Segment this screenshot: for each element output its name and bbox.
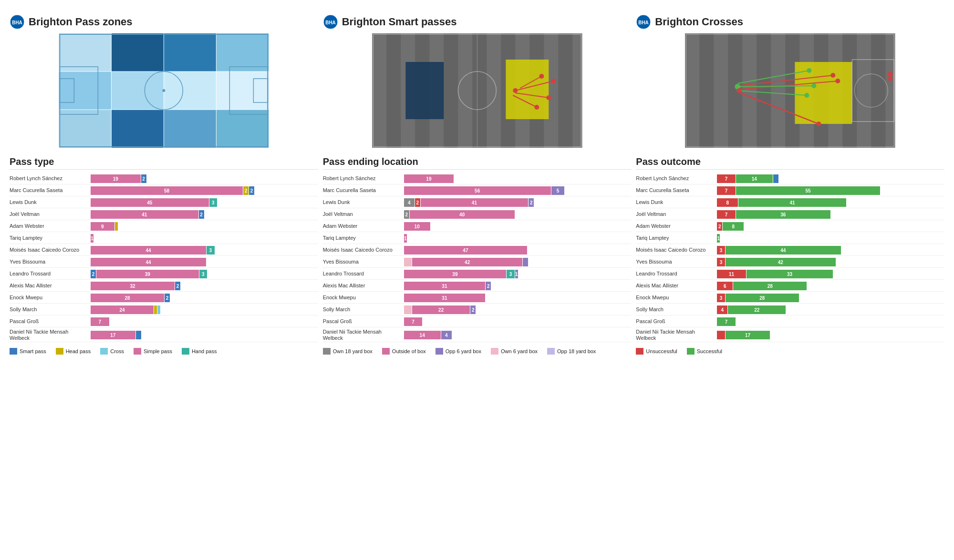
legend-swatch <box>323 348 331 355</box>
chart-row: Tariq Lamptey1 <box>10 233 318 244</box>
chart-row-bars: 7 <box>717 317 944 326</box>
bar-segment: 42 <box>726 258 836 266</box>
main-container: BHA Brighton Pass zones <box>0 0 954 364</box>
chart-row-label: Pascal Groß <box>10 318 91 325</box>
legend-2: Own 18 yard boxOutside of boxOpp 6 yard … <box>323 348 632 355</box>
svg-point-89 <box>812 83 817 88</box>
chart-row-label: Alexis Mac Allister <box>323 283 404 289</box>
svg-rect-3 <box>111 33 164 71</box>
chart-row-bars: 44 <box>91 257 318 267</box>
svg-text:BHA: BHA <box>12 20 22 25</box>
chart-row-label: Solly March <box>323 306 404 313</box>
legend-swatch <box>182 348 189 355</box>
bar-segment <box>157 305 160 314</box>
svg-text:BHA: BHA <box>325 20 336 25</box>
bar-segment: 2 <box>165 294 170 302</box>
chart-row: Enock Mwepu31 <box>323 293 632 304</box>
brighton-logo-1: BHA <box>10 14 25 30</box>
bar-segment: 55 <box>736 186 881 195</box>
bar-segment: 28 <box>733 282 807 290</box>
bar-segment: 24 <box>91 305 154 314</box>
chart-row: Leandro Trossard1133 <box>636 269 944 280</box>
chart-row-bars: 1 <box>717 234 944 243</box>
bar-segment: 32 <box>91 282 175 290</box>
chart-row: Enock Mwepu282 <box>10 293 318 304</box>
legend-swatch <box>134 348 141 355</box>
chart-row-label: Tariq Lamptey <box>10 235 91 241</box>
chart-row-bars: 19 <box>404 174 632 183</box>
svg-rect-8 <box>164 71 216 110</box>
chart-row-bars: 42 <box>404 257 632 267</box>
svg-point-83 <box>836 79 840 83</box>
panel-pass-zones: BHA Brighton Pass zones <box>10 14 318 355</box>
bar-segment: 41 <box>91 210 198 219</box>
legend-swatch <box>491 348 498 355</box>
chart-row-label: Leandro Trossard <box>323 271 404 277</box>
chart-row: Robert Lynch Sánchez714 <box>636 173 944 184</box>
chart-2-rows: Robert Lynch Sánchez19Marc Cucurella Sas… <box>323 173 632 342</box>
legend-item: Hand pass <box>182 348 217 355</box>
crosses-svg <box>636 33 944 148</box>
bar-segment: 4 <box>404 198 415 207</box>
panel-3-title: BHA Brighton Crosses <box>636 14 944 30</box>
chart-row: Robert Lynch Sánchez192 <box>10 173 318 184</box>
bar-segment: 14 <box>736 174 773 183</box>
chart-row-bars: 328 <box>717 293 944 303</box>
chart-row-label: Moisés Isaac Caicedo Corozo <box>636 247 717 253</box>
bar-segment: 44 <box>726 246 841 255</box>
svg-point-93 <box>737 88 742 93</box>
svg-rect-63 <box>714 33 728 148</box>
bar-segment: 2 <box>249 186 254 195</box>
chart-row-label: Enock Mwepu <box>10 295 91 301</box>
chart-row: Robert Lynch Sánchez19 <box>323 173 632 184</box>
chart-row-bars: 3931 <box>404 269 632 279</box>
chart-row-label: Tariq Lamptey <box>323 235 404 241</box>
bar-segment: 1 <box>717 234 720 243</box>
svg-rect-43 <box>572 33 582 148</box>
brighton-logo-2: BHA <box>323 14 338 30</box>
svg-rect-36 <box>472 33 487 148</box>
bar-segment <box>404 305 412 314</box>
legend-label: Unsuccessful <box>646 348 677 354</box>
bar-segment: 2 <box>91 270 96 278</box>
bar-segment: 58 <box>91 186 243 195</box>
bar-segment: 3 <box>207 246 215 255</box>
chart-row: Alexis Mac Allister628 <box>636 281 944 292</box>
bar-segment: 4 <box>441 331 452 339</box>
svg-rect-67 <box>771 33 786 148</box>
svg-point-54 <box>539 74 544 79</box>
bar-segment <box>115 222 118 231</box>
chart-row: Leandro Trossard3931 <box>323 269 632 280</box>
svg-rect-37 <box>487 33 501 148</box>
chart-row-label: Marc Cucurella Saseta <box>636 187 717 193</box>
bar-segment: 8 <box>717 198 738 207</box>
bar-segment: 39 <box>404 270 507 278</box>
chart-row-bars: 24 <box>91 305 318 315</box>
bar-segment: 41 <box>738 198 846 207</box>
svg-rect-11 <box>111 110 164 148</box>
bar-segment: 14 <box>404 331 441 339</box>
bar-segment: 2 <box>470 305 476 314</box>
chart-row: Joël Veltman412 <box>10 209 318 220</box>
legend-label: Cross <box>110 348 124 354</box>
legend-item: Unsuccessful <box>636 348 677 355</box>
smart-passes-svg <box>323 33 632 148</box>
svg-rect-7 <box>111 71 164 110</box>
bar-segment: 41 <box>421 198 529 207</box>
chart-row: Marc Cucurella Saseta755 <box>636 185 944 196</box>
panel-1-title-text: Brighton Pass zones <box>29 16 133 28</box>
chart-row-label: Adam Webster <box>636 223 717 229</box>
legend-swatch <box>436 348 443 355</box>
bar-segment: 3 <box>717 246 725 255</box>
svg-point-94 <box>888 71 893 76</box>
bar-segment: 1 <box>515 270 518 278</box>
bar-segment: 3 <box>507 270 515 278</box>
svg-point-95 <box>888 76 893 81</box>
chart-row: Tariq Lamptey1 <box>323 233 632 244</box>
chart-row-label: Moisés Isaac Caicedo Corozo <box>323 247 404 253</box>
bar-segment: 3 <box>209 198 218 207</box>
chart-row-bars: 1 <box>91 234 318 243</box>
bar-segment: 17 <box>91 331 135 339</box>
bar-segment: 28 <box>91 294 164 302</box>
bar-segment: 10 <box>404 222 430 231</box>
